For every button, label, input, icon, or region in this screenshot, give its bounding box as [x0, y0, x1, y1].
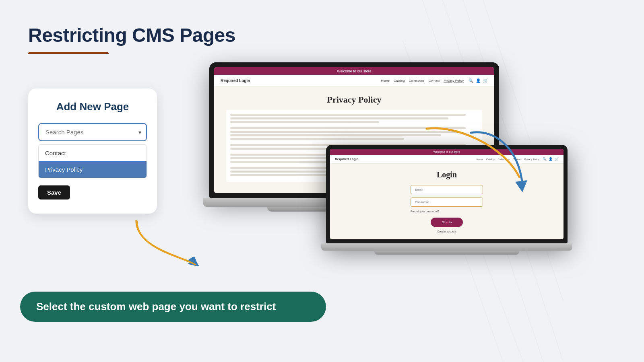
nav-link-home[interactable]: Home [381, 79, 390, 82]
nav-link-privacy[interactable]: Privacy Policy [444, 79, 464, 82]
nav-link-catalog[interactable]: Catalog [394, 79, 405, 82]
callout-box: Select the custom web page you want to r… [20, 292, 326, 322]
arrow-decoration-small [125, 217, 205, 269]
card-title: Add New Page [38, 101, 147, 113]
dropdown-item-contact[interactable]: Contact [39, 145, 147, 161]
store-page-title: Privacy Policy [226, 95, 482, 105]
arrow-decoration-large [423, 121, 527, 201]
login-account-icon[interactable]: 👤 [549, 157, 553, 161]
dropdown-list: Contact Privacy Policy [38, 144, 147, 178]
forgot-password-link[interactable]: Forgot your password? [411, 210, 440, 213]
svg-marker-6 [515, 180, 527, 192]
add-new-page-card: Add New Page ▾ Contact Privacy Policy Sa… [28, 88, 157, 214]
store-nav-left: Required Login Home Catalog Collections … [214, 75, 494, 86]
nav-link-collections[interactable]: Collections [409, 79, 424, 82]
login-cart-icon[interactable]: 🛒 [555, 157, 559, 161]
search-icon[interactable]: 🔍 [469, 78, 473, 83]
dropdown-item-privacy-policy[interactable]: Privacy Policy [39, 161, 147, 178]
cart-icon[interactable]: 🛒 [483, 78, 488, 83]
login-search-icon[interactable]: 🔍 [543, 157, 547, 161]
nav-link-contact[interactable]: Contact [429, 79, 440, 82]
callout-text: Select the custom web page you want to r… [36, 300, 276, 313]
save-button[interactable]: Save [38, 185, 70, 200]
store-nav-links-left: Home Catalog Collections Contact Privacy… [381, 79, 464, 82]
store-topbar-left: Welcome to our store [214, 67, 494, 75]
page-title: Restricting CMS Pages [28, 24, 235, 46]
create-account-link[interactable]: Create account [437, 230, 456, 233]
title-underline [28, 52, 109, 54]
store-logo-left: Required Login [221, 78, 376, 83]
laptop-base-right [321, 243, 572, 251]
account-icon[interactable]: 👤 [476, 78, 481, 83]
signin-button[interactable]: Sign in [431, 218, 463, 227]
search-dropdown[interactable]: ▾ [38, 123, 147, 141]
search-input[interactable] [38, 123, 147, 141]
login-nav-icons: 🔍 👤 🛒 [543, 157, 559, 161]
laptop-foot-right [374, 251, 519, 255]
store-nav-icons-left: 🔍 👤 🛒 [469, 78, 488, 83]
